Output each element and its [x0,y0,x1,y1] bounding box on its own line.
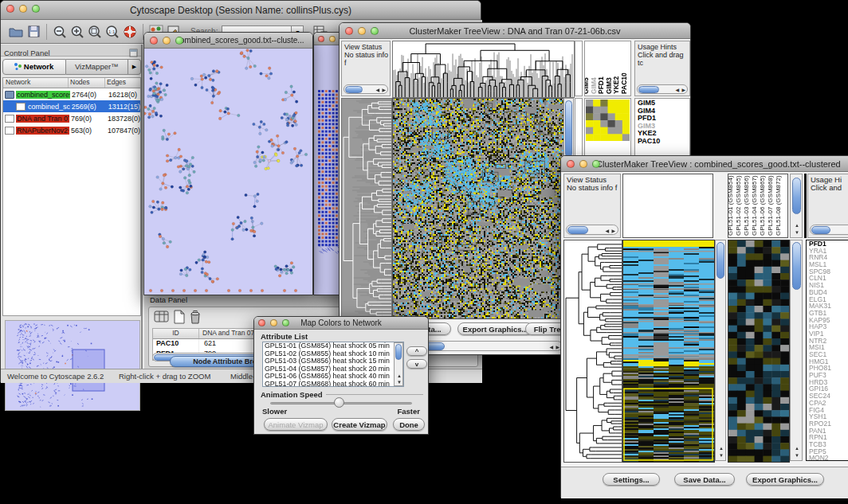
tv2-gene-label[interactable]: SPC98 [809,268,848,275]
tv1-gene-label[interactable]: GIM4 [638,107,689,115]
tv2-gene-label[interactable]: MON2 [809,455,848,462]
close-button[interactable] [258,319,265,326]
help-icon[interactable] [121,23,139,41]
tv1-status-hscrollbar[interactable]: ◀▶ [344,84,388,94]
tv2-gene-label[interactable]: KAP95 [809,317,848,324]
tv2-zoom-heatmap[interactable] [728,240,790,463]
tv2-collabel-vscrollbar[interactable]: ▲▼ [790,174,803,238]
dialog-done-button[interactable]: Done [393,418,425,431]
tv2-column-dendrogram-area[interactable] [622,174,713,238]
tab-network[interactable]: Network [2,59,66,75]
tv2-gene-label[interactable]: PAN1 [809,428,848,435]
move-down-button[interactable]: v [406,359,427,369]
minimize-button[interactable] [358,27,366,35]
tv2-gene-label[interactable]: HMG1 [809,358,848,365]
move-up-button[interactable]: ^ [406,346,427,356]
tv2-row-dendrogram[interactable] [563,240,622,463]
network-row[interactable]: RNAPuberNov2+I563(0)107847(0) [3,124,140,136]
tv1-gene-label[interactable]: PAC10 [638,138,689,146]
tv2-gene-label[interactable]: VIP1 [809,330,848,338]
tv2-hints-hscrollbar[interactable] [810,225,848,235]
tv2-gene-label[interactable]: SEC1 [809,351,848,358]
tv2-gene-label[interactable]: SEC24 [809,393,848,400]
tv1-gene-label[interactable]: GIM3 [638,123,689,131]
tv1-export-graphics-button[interactable]: Export Graphics... [457,322,533,335]
attribute-list-item[interactable]: GPL51-07 (GSM868) heat shock 60 min [265,381,403,387]
tv2-gene-label[interactable]: HAP3 [809,323,848,330]
dialog-animate-vizmap-button[interactable]: Animate Vizmap [264,418,328,431]
tv2-gene-label[interactable]: MAK31 [809,303,848,310]
network1-titlebar[interactable]: combined_scores_good.txt--cluste... [144,33,312,49]
tv2-gene-label[interactable]: PUF3 [809,372,848,379]
close-button[interactable] [318,36,324,42]
tv2-global-heatmap[interactable] [622,240,715,463]
tv2-gene-label[interactable]: RNR4 [809,254,848,261]
close-button[interactable] [6,5,14,13]
close-button[interactable] [345,27,353,35]
minimize-button[interactable] [19,5,27,13]
tv2-gene-label[interactable]: FIG4 [809,407,848,414]
tv2-save-data-button[interactable]: Save Data... [674,473,735,486]
save-icon[interactable] [25,23,42,41]
network-row[interactable]: DNA and Tran 07769(0)183728(0) [3,112,140,124]
animation-speed-slider-thumb[interactable] [334,397,344,408]
tv2-settings-button[interactable]: Settings... [603,473,660,486]
minimize-button[interactable] [270,319,277,326]
tv2-heatmap-vscrollbar[interactable]: ▲▼ [715,240,726,461]
network1-canvas[interactable] [144,49,312,295]
treeview1-titlebar[interactable]: ClusterMaker TreeView : DNA and Tran 07-… [340,23,690,39]
tv2-gene-label[interactable]: NIS1 [809,282,848,289]
tv2-gene-label[interactable]: YSH1 [809,413,848,420]
network-row[interactable]: combined_sco2569(6)13112(15) [3,100,140,112]
attribute-list-vscrollbar[interactable]: ▲▼ [394,342,403,386]
tv1-gene-label[interactable]: GIM5 [638,100,689,107]
tv1-column-dendrogram[interactable] [392,41,575,98]
minimize-button[interactable] [163,37,171,45]
zoom-button[interactable] [32,5,40,13]
tv2-gene-label[interactable]: GPI16 [809,385,848,393]
tv2-gene-label[interactable]: HRD3 [809,379,848,386]
close-button[interactable] [567,160,575,168]
tab-vizmapper[interactable]: VizMapper™ [66,59,129,75]
network-row[interactable]: combined_scores_2764(0)16218(0) [3,88,140,100]
tv1-global-heatmap[interactable] [392,98,564,319]
zoom-selected-icon[interactable] [86,23,104,41]
col-header-nodes[interactable]: Nodes [69,78,105,88]
tv2-export-graphics-button[interactable]: Export Graphics... [746,473,824,486]
zoom-button[interactable] [175,37,183,45]
tv1-gene-label[interactable]: PFD1 [638,115,689,123]
tv2-gene-label[interactable]: GTB1 [809,310,848,317]
tv2-gene-label[interactable]: RPO21 [809,420,848,428]
attribute-select-icon[interactable] [154,310,170,327]
network-birdseye-view[interactable] [5,320,140,411]
col-header-edges[interactable]: Edges [105,78,140,88]
close-button[interactable] [150,37,158,45]
col-header-network[interactable]: Network [3,78,69,88]
zoom-in-icon[interactable] [69,23,86,41]
zoom-out-icon[interactable] [51,23,69,41]
tv2-gene-label[interactable]: NTR2 [809,338,848,345]
open-file-icon[interactable] [7,23,25,41]
minimize-button[interactable] [329,36,336,42]
tv2-status-hscrollbar[interactable]: ◀▶ [566,225,618,235]
tv2-gene-label[interactable]: PHO81 [809,365,848,372]
delete-attribute-icon[interactable] [189,310,202,327]
treeview2-titlebar[interactable]: ClusterMaker TreeView : combined_scores_… [561,156,848,172]
dialog-create-vizmap-button[interactable]: Create Vizmap [332,418,387,431]
tv2-gene-label[interactable]: PEP5 [809,448,848,455]
tv2-gene-label[interactable]: BUD4 [809,289,848,296]
zoom-button[interactable] [592,160,600,168]
zoom-button[interactable] [371,27,379,35]
tv1-gene-label[interactable]: YKE2 [638,130,689,138]
tv2-gene-label[interactable]: RPN1 [809,434,848,441]
minimize-button[interactable] [579,160,587,168]
main-titlebar[interactable]: Cytoscape Desktop (Session Name: collins… [1,1,481,20]
tv2-gene-label[interactable]: MSI1 [809,344,848,351]
tv2-gene-label[interactable]: CLN1 [809,275,848,282]
tv2-gene-label[interactable]: ELG1 [809,296,848,303]
tv2-gene-label[interactable]: TCB3 [809,441,848,448]
data-col-id[interactable]: ID [153,329,199,338]
zoom-fit-icon[interactable]: 1:1 [104,23,121,41]
tab-overflow-arrow[interactable]: ▶ [128,59,141,75]
zoom-button[interactable] [282,319,289,326]
